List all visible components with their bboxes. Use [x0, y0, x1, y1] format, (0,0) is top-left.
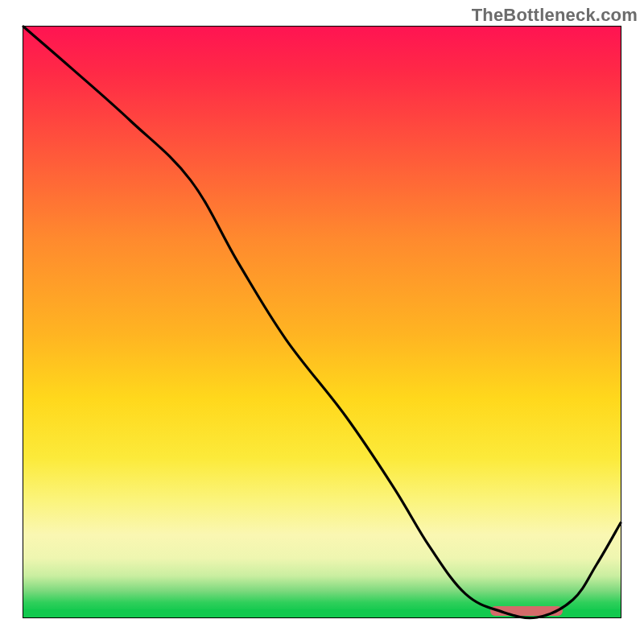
bottleneck-curve-path: [23, 27, 621, 618]
watermark-text: TheBottleneck.com: [472, 5, 638, 26]
chart-area: [23, 26, 621, 618]
bottleneck-curve: [23, 27, 621, 617]
